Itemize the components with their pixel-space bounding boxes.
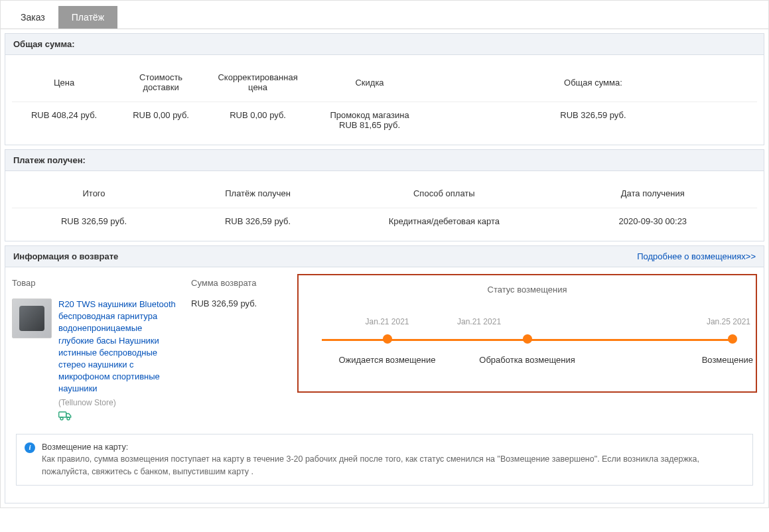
timeline-node-2: Jan.21 2021 Обработка возмещения [457,334,597,365]
svg-point-1 [60,417,63,420]
timeline-date-3: Jan.25 2021 [707,317,750,326]
refund-more-link[interactable]: Подробнее о возмещениях>> [637,251,756,261]
product-row: R20 TWS наушники Bluetooth беспроводная … [12,299,178,423]
th-adjusted: Скорректированная цена [206,66,310,102]
section-totals: Общая сумма: Цена Стоимость доставки Ско… [5,33,764,145]
section-refund: Информация о возврате Подробнее о возмещ… [5,245,764,503]
svg-point-2 [67,417,70,420]
section-received-header: Платеж получен: [5,150,764,171]
timeline-label-1: Ожидается возмещение [317,355,457,365]
timeline-dot-icon [728,334,737,344]
section-totals-header: Общая сумма: [5,34,764,55]
td-adjusted: RUB 0,00 руб. [206,102,310,135]
td-method: Кредитная/дебетовая карта [340,208,548,231]
received-table: Итого Платёж получен Способ оплаты Дата … [12,182,757,230]
refund-amount: RUB 326,59 руб. [191,299,284,308]
th-price: Цена [12,66,116,102]
section-received-title: Платеж получен: [13,155,86,165]
td-price: RUB 408,24 руб. [12,102,116,135]
discount-value: RUB 81,65 руб. [314,120,425,130]
discount-label: Промокод магазина [314,110,425,120]
th-received: Платёж получен [176,182,340,208]
th-method: Способ оплаты [340,182,548,208]
section-refund-header: Информация о возврате Подробнее о возмещ… [5,246,764,267]
td-received: RUB 326,59 руб. [176,208,340,231]
refund-info-note: i Возмещение на карту: Как правило, сумм… [16,434,753,486]
timeline-date-2: Jan.21 2021 [457,317,501,326]
card-number-masked [131,444,190,450]
th-shipping: Стоимость доставки [116,66,206,102]
info-icon: i [25,442,35,453]
timeline-label-2: Обработка возмещения [457,355,597,365]
product-thumbnail[interactable] [12,299,52,338]
th-total: Итого [12,182,176,208]
td-shipping: RUB 0,00 руб. [116,102,206,135]
section-received: Платеж получен: Итого Платёж получен Спо… [5,149,764,241]
shipping-truck-icon [58,411,72,423]
tabs-bar: Заказ Платёж [1,1,768,29]
col-head-product: Товар [12,278,178,299]
refund-status-box: Статус возмещения Jan.21 2021 Ожидается … [297,274,757,393]
product-name-link[interactable]: R20 TWS наушники Bluetooth беспроводная … [58,299,176,393]
td-discount: Промокод магазина RUB 81,65 руб. [310,102,429,135]
totals-table: Цена Стоимость доставки Скорректированна… [12,66,757,134]
note-body: Как правило, сумма возмещения поступает … [42,454,699,476]
th-date: Дата получения [549,182,757,208]
th-grand: Общая сумма: [429,66,757,102]
th-discount: Скидка [310,66,429,102]
refund-timeline: Jan.21 2021 Ожидается возмещение Jan.21 … [317,334,737,365]
svg-rect-0 [59,412,66,417]
timeline-node-3: Jan.25 2021 Возмещение [597,334,737,365]
timeline-node-1: Jan.21 2021 Ожидается возмещение [317,334,457,365]
timeline-label-3: Возмещение [597,355,753,365]
store-name: (Tellunow Store) [58,398,178,407]
section-totals-title: Общая сумма: [13,39,75,49]
td-grand: RUB 326,59 руб. [429,102,757,135]
col-head-status: Статус возмещения [317,285,737,305]
note-title: Возмещение на карту: [42,442,131,452]
timeline-dot-icon [383,334,392,344]
td-total: RUB 326,59 руб. [12,208,176,231]
tab-order[interactable]: Заказ [7,6,58,29]
tab-payment[interactable]: Платёж [58,6,117,29]
col-head-amount: Сумма возврата [191,278,284,299]
td-date: 2020-09-30 00:23 [549,208,757,231]
timeline-dot-icon [523,334,532,344]
section-refund-title: Информация о возврате [13,251,118,261]
timeline-date-1: Jan.21 2021 [365,317,409,326]
